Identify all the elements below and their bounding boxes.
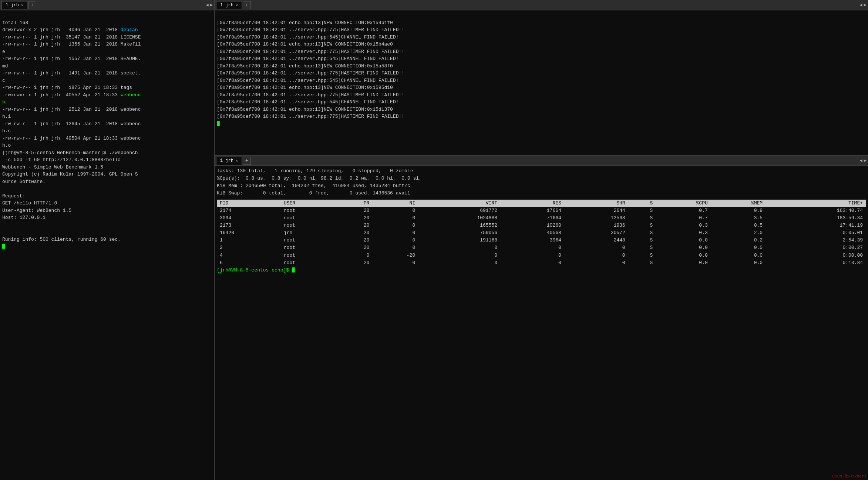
left-pane: 1 jrh ✕ + ◀ ▶ total 168 drwxrwxr-x 2 jrh… [0,0,215,480]
left-cursor: █ [2,244,5,249]
left-line-30 [2,229,5,235]
left-line-19: [jrh@VM-8-5-centos WebBench-master]$ ./w… [2,150,138,156]
table-row: 3094root20010248887166412568S0.73.5183:5… [217,214,866,222]
log-line-1: [0x7f8a95cef700 18:42:01 echo.hpp:13]NEW… [217,20,393,26]
left-tab-active[interactable]: 1 jrh ✕ [1,1,27,9]
left-line-14: h.1 [2,114,11,119]
log-line-13: [0x7f8a95cef700 18:42:01 echo.hpp:13]NEW… [217,107,393,112]
left-line-13: -rw-rw-r-- 1 jrh jrh 2512 Jan 21 2018 we… [2,107,141,112]
right-top-tab-new[interactable]: + [243,1,251,9]
log-line-11: [0x7f8a95cef700 18:42:01 ../server.hpp:7… [217,92,404,98]
left-line-25: Request: [2,193,25,199]
right-top-pane: 1 jrh ✕ + ◀ ▶ [0x7f8a95cef700 18:42:01 e… [215,0,868,156]
left-line-29 [2,222,5,228]
th-cpu: %CPU [656,200,710,207]
left-line-6: -rw-rw-r-- 1 jrh jrh 1557 Jan 21 2018 RE… [2,56,141,61]
right-top-tab-bar: 1 jrh ✕ + ◀ ▶ [215,0,868,10]
screen: 1 jrh ✕ + ◀ ▶ total 168 drwxrwxr-x 2 jrh… [0,0,868,480]
left-line-7: md [2,63,8,69]
left-line-31: Runing info: 500 clients, running 60 sec… [2,237,121,242]
bottom-cursor: █ [292,267,295,273]
table-row: 4root0-20000S0.00.00:00.00 [217,252,866,259]
process-table: PID USER PR NI VIRT RES SHR S %CPU %MEM … [217,200,866,267]
left-line-17: -rw-rw-r-- 1 jrh jrh 49504 Apr 21 18:33 … [2,136,141,141]
right-bottom-tab-label: 1 jrh [220,158,233,163]
log-line-12: [0x7f8a95cef700 18:42:01 ../server.hpp:5… [217,99,398,105]
log-line-9: [0x7f8a95cef700 18:42:01 ../server.hpp:5… [217,78,398,83]
table-header-row: PID USER PR NI VIRT RES SHR S %CPU %MEM … [217,200,866,207]
left-line-3: -rw-rw-r-- 1 jrh jrh 35147 Jan 21 2018 L… [2,34,141,40]
table-row: 6root200000S0.00.00:13.84 [217,259,866,267]
left-tab-bar: 1 jrh ✕ + ◀ ▶ [0,0,214,10]
th-shr: SHR [564,200,628,207]
table-row: 16420jrh2007590564056820572S0.32.00:05.0… [217,229,866,237]
left-line-26: GET /hello HTTP/1.0 [2,200,57,206]
log-line-5: [0x7f8a95cef700 18:42:01 ../server.hpp:7… [217,49,404,54]
th-pid: PID [217,200,281,207]
right-bottom-tab-bar: 1 jrh ✕ + ◀ ▶ [215,156,868,166]
log-line-8: [0x7f8a95cef700 18:42:01 ../server.hpp:7… [217,70,404,76]
left-line-12: h [2,99,5,105]
left-line-22: Copyright (c) Radim Kolar 1997-2004, GPL… [2,171,138,177]
left-line-4: -rw-rw-r-- 1 jrh jrh 1355 Jan 21 2018 Ma… [2,41,141,47]
left-line-28: Host: 127.0.0.1 [2,215,46,220]
left-tab-close[interactable]: ✕ [21,3,23,7]
left-line-1: total 168 [2,20,28,26]
debian-link: debian [121,27,138,33]
right-bottom-tab-nav: ◀ ▶ [860,158,867,163]
log-line-10: [0x7f8a95cef700 18:42:01 echo.hpp:13]NEW… [217,85,393,90]
mem-line: KiB Mem : 2046500 total, 194232 free, 41… [217,182,866,190]
right-bottom-tab-active[interactable]: 1 jrh ✕ [216,157,242,165]
table-row: 2root200000S0.00.00:00.27 [217,244,866,251]
th-virt: VIRT [418,200,500,207]
left-line-20: -c 500 -t 60 http://127.0.0.1:8888/hello [2,157,121,163]
log-line-4: [0x7f8a95cef700 18:42:01 echo.hpp:13]NEW… [217,41,393,47]
left-line-24 [2,186,5,191]
left-line-2: drwxrwxr-x 2 jrh jrh 4096 Jan 21 2018 de… [2,27,138,33]
right-top-tab-active[interactable]: 1 jrh ✕ [216,1,242,9]
th-mem: %MEM [711,200,766,207]
th-res: RES [500,200,564,207]
left-line-21: Webbench - Simple Web Benchmark 1.5 [2,164,103,170]
cpu-line: %Cpu(s): 0.8 us, 0.8 sy, 0.0 ni, 98.2 id… [217,175,866,182]
left-line-16: h.c [2,128,11,134]
left-line-8: -rw-rw-r-- 1 jrh jrh 1491 Jan 21 2018 so… [2,70,141,76]
watermark: CSDN @2022hors [832,474,867,479]
th-pr: PR [336,200,372,207]
prompt-text: [jrh@VM-8-5-centos echo]$ [217,267,292,273]
log-line-3: [0x7f8a95cef700 18:42:01 ../server.hpp:5… [217,34,398,40]
swap-line: KiB Swap: 0 total, 0 free, 0 used. 14365… [217,190,866,197]
right-bottom-tab-close[interactable]: ✕ [236,159,238,163]
th-user: USER [281,200,336,207]
right-top-tab-label: 1 jrh [220,3,233,8]
left-terminal-content: total 168 drwxrwxr-x 2 jrh jrh 4096 Jan … [0,10,214,480]
right-top-terminal-content: [0x7f8a95cef700 18:42:01 echo.hpp:13]NEW… [215,10,868,155]
left-tab-new[interactable]: + [28,1,36,9]
log-line-2: [0x7f8a95cef700 18:42:01 ../server.hpp:7… [217,27,404,33]
tasks-line: Tasks: 130 total, 1 running, 129 sleepin… [217,167,866,175]
right-pane: 1 jrh ✕ + ◀ ▶ [0x7f8a95cef700 18:42:01 e… [215,0,868,480]
log-line-14: [0x7f8a95cef700 18:42:01 ../server.hpp:7… [217,114,404,119]
left-line-27: User-Agent: WebBench 1.5 [2,208,71,213]
left-line-10: -rw-rw-r-- 1 jrh jrh 1875 Apr 21 18:33 t… [2,85,132,90]
th-time: TIME+ [766,200,866,207]
table-row: 1root20019116839642448S0.00.22:54.39 [217,237,866,244]
left-line-18: h.o [2,143,11,148]
left-tab-label: 1 jrh [6,3,19,8]
right-top-cursor: █ [217,121,220,127]
top-command-content: Tasks: 130 total, 1 running, 129 sleepin… [215,166,868,480]
left-line-15: -rw-rw-r-- 1 jrh jrh 12645 Jan 21 2018 w… [2,121,141,127]
log-line-7: [0x7f8a95cef700 18:42:01 echo.hpp:13]NEW… [217,63,393,69]
left-tab-nav: ◀ ▶ [206,2,213,8]
right-top-tab-close[interactable]: ✕ [236,3,238,7]
right-bottom-pane: 1 jrh ✕ + ◀ ▶ Tasks: 130 total, 1 runnin… [215,156,868,480]
right-bottom-tab-new[interactable]: + [243,157,251,165]
th-s: S [628,200,656,207]
th-ni: NI [372,200,418,207]
left-line-11: -rwxrwxr-x 1 jrh jrh 40552 Apr 21 18:33 … [2,92,141,98]
bottom-prompt: [jrh@VM-8-5-centos echo]$ █ [217,267,866,274]
log-line-6: [0x7f8a95cef700 18:42:01 ../server.hpp:5… [217,56,398,61]
table-row: 2174root200691772176642644S0.70.9163:40.… [217,207,866,214]
right-top-tab-nav: ◀ ▶ [860,2,867,8]
left-line-23: ource Software. [2,179,46,184]
